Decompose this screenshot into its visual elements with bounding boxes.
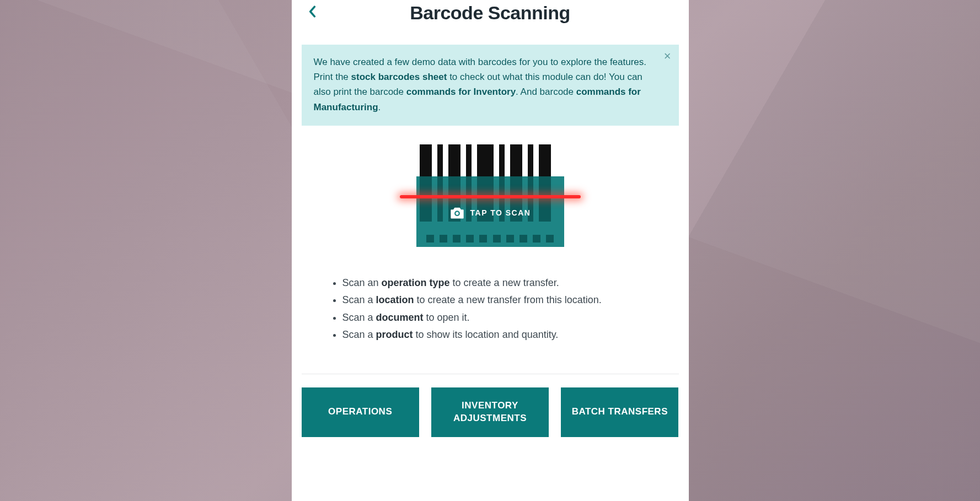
- scan-laser-icon: [400, 195, 581, 198]
- list-item: Scan a location to create a new transfer…: [342, 292, 650, 309]
- action-buttons: OPERATIONS INVENTORY ADJUSTMENTS BATCH T…: [302, 387, 679, 437]
- inventory-commands-link[interactable]: commands for Inventory: [406, 87, 516, 97]
- tap-to-scan-button[interactable]: TAP TO SCAN: [416, 144, 564, 247]
- header: Barcode Scanning: [292, 0, 689, 37]
- list-item: Scan an operation type to create a new t…: [342, 274, 650, 292]
- divider: [302, 374, 679, 374]
- chevron-left-icon: [308, 6, 316, 18]
- close-alert-button[interactable]: ×: [664, 50, 671, 62]
- info-alert: × We have created a few demo data with b…: [302, 45, 679, 126]
- list-item: Scan a document to open it.: [342, 309, 650, 327]
- alert-text: We have created a few demo data with bar…: [314, 57, 647, 112]
- stock-barcodes-link[interactable]: stock barcodes sheet: [351, 72, 447, 82]
- main-card: Barcode Scanning × We have created a few…: [292, 0, 689, 501]
- tap-to-scan-label: TAP TO SCAN: [470, 208, 531, 217]
- inventory-adjustments-button[interactable]: INVENTORY ADJUSTMENTS: [431, 387, 549, 437]
- list-item: Scan a product to show its location and …: [342, 326, 650, 344]
- operations-button[interactable]: OPERATIONS: [302, 387, 419, 437]
- svg-point-1: [456, 212, 458, 214]
- page-title: Barcode Scanning: [303, 2, 678, 24]
- batch-transfers-button[interactable]: BATCH TRANSFERS: [561, 387, 678, 437]
- back-button[interactable]: [304, 3, 320, 20]
- instructions-list: Scan an operation type to create a new t…: [330, 274, 650, 344]
- camera-icon: [449, 206, 465, 219]
